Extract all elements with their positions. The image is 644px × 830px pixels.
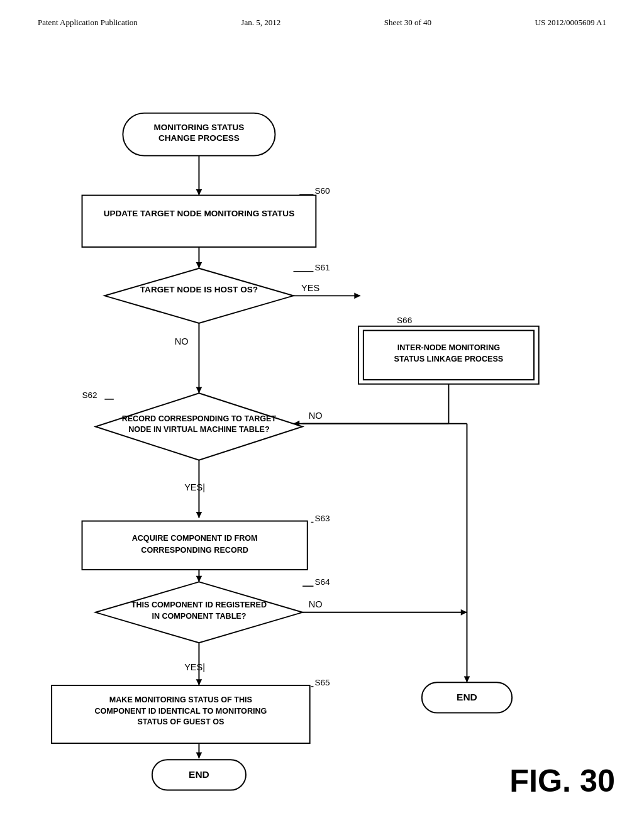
- flowchart-svg: YES NO YES| NO YES| NO: [0, 34, 644, 801]
- s66-label: S66: [397, 316, 412, 325]
- svg-text:COMPONENT ID IDENTICAL TO MONI: COMPONENT ID IDENTICAL TO MONITORING: [94, 707, 267, 716]
- svg-marker-1: [196, 189, 203, 196]
- header-patent: US 2012/0005609 A1: [535, 18, 606, 28]
- s61-diamond: [104, 268, 293, 323]
- svg-text:STATUS LINKAGE PROCESS: STATUS LINKAGE PROCESS: [394, 355, 504, 363]
- yes-label-s64: YES|: [184, 662, 205, 672]
- svg-marker-23: [196, 753, 203, 759]
- svg-marker-12: [196, 512, 203, 518]
- svg-text:CHANGE PROCESS: CHANGE PROCESS: [158, 133, 240, 143]
- svg-marker-3: [196, 262, 203, 268]
- diagram-area: YES NO YES| NO YES| NO: [0, 34, 644, 801]
- svg-marker-5: [354, 293, 360, 299]
- svg-text:THIS COMPONENT ID REGISTERED: THIS COMPONENT ID REGISTERED: [131, 600, 267, 609]
- svg-text:RECORD CORRESPONDING TO TARGET: RECORD CORRESPONDING TO TARGET: [122, 414, 277, 423]
- svg-text:INTER-NODE MONITORING: INTER-NODE MONITORING: [397, 343, 500, 352]
- page-header: Patent Application Publication Jan. 5, 2…: [0, 0, 644, 28]
- s65-label: S65: [314, 678, 330, 687]
- no-label-s64: NO: [309, 599, 323, 609]
- svg-text:TARGET NODE IS HOST OS?: TARGET NODE IS HOST OS?: [140, 285, 258, 295]
- s60-node: [82, 196, 316, 247]
- header-date: Jan. 5, 2012: [241, 18, 280, 28]
- svg-text:STATUS OF GUEST OS: STATUS OF GUEST OS: [137, 717, 224, 726]
- header-sheet: Sheet 30 of 40: [384, 18, 431, 28]
- s63-label: S63: [314, 514, 330, 523]
- svg-marker-15: [464, 677, 470, 683]
- svg-text:IN COMPONENT TABLE?: IN COMPONENT TABLE?: [152, 612, 246, 621]
- svg-text:UPDATE TARGET NODE MONITORING : UPDATE TARGET NODE MONITORING STATUS: [104, 209, 295, 218]
- yes-label-s62: YES|: [184, 482, 205, 492]
- svg-text:CORRESPONDING RECORD: CORRESPONDING RECORD: [141, 546, 248, 555]
- fig-label: FIG. 30: [509, 763, 615, 799]
- svg-marker-19: [196, 679, 203, 685]
- s64-label: S64: [314, 577, 330, 587]
- svg-text:END: END: [457, 692, 477, 702]
- s60-label: S60: [314, 186, 330, 196]
- yes-label-s61: YES: [301, 283, 319, 293]
- s61-label: S61: [314, 263, 330, 272]
- svg-marker-21: [461, 609, 467, 616]
- svg-text:MONITORING STATUS: MONITORING STATUS: [154, 123, 245, 132]
- s62-label: S62: [82, 390, 97, 400]
- svg-marker-17: [196, 576, 203, 582]
- no-label-s61: NO: [175, 336, 189, 346]
- svg-marker-10: [196, 387, 203, 394]
- svg-text:ACQUIRE COMPONENT ID FROM: ACQUIRE COMPONENT ID FROM: [132, 534, 258, 543]
- svg-text:MAKE MONITORING STATUS OF THIS: MAKE MONITORING STATUS OF THIS: [109, 695, 252, 704]
- header-left: Patent Application Publication: [38, 18, 138, 28]
- svg-text:NODE IN VIRTUAL MACHINE TABLE?: NODE IN VIRTUAL MACHINE TABLE?: [128, 425, 270, 434]
- svg-text:END: END: [189, 769, 209, 780]
- no-label-s62: NO: [309, 411, 323, 421]
